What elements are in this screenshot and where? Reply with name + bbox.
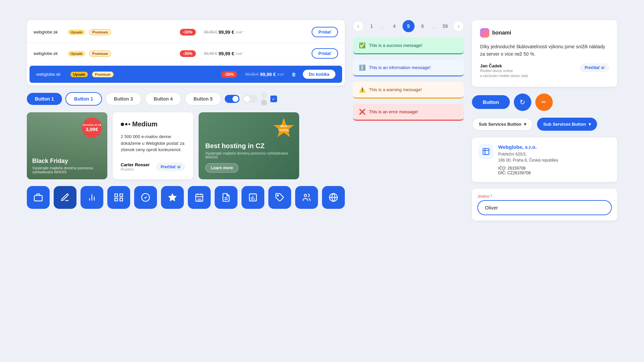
edit-button[interactable]: ✏ [535,94,553,111]
company-card: Webglobe, s.r.o. Pobřežní 620/3, 186 00,… [472,137,617,182]
new-price: 99,99 € [219,29,234,35]
svg-point-23 [277,195,278,196]
learn-more-button[interactable]: Learn more [205,163,238,173]
next-page-button[interactable]: › [453,21,464,32]
svg-text:DAYS: DAYS [197,200,202,202]
author-name: Jan Čadek [480,63,528,68]
author-info: Carter Rosser Position [121,162,150,171]
read-testimonial-button[interactable]: Prečítať si [580,63,609,72]
sub-service-button-2[interactable]: Sub Services Button ▾ [537,118,597,131]
company-details: Webglobe, s.r.o. Pobřežní 620/3, 186 00,… [498,144,558,175]
radio-dot[interactable] [261,100,267,106]
icon-users[interactable] [295,186,318,209]
badge-premium: Premium [92,71,114,77]
action-buttons: Button ↻ ✏ [472,94,617,111]
success-text: This is a success message! [369,43,422,48]
sub-service-button-1[interactable]: Sub Services Button ▾ [472,118,533,131]
testimonial-quote: Díky jednoduché škálovatelnosti výkonu j… [480,43,609,58]
icon-pen[interactable] [54,186,76,209]
company-name: Webglobe, s.r.o. [498,144,558,150]
medium-wordmark: Medium [132,120,158,128]
error-text: This is an error message! [369,109,418,114]
prev-page-button[interactable]: ‹ [353,21,364,32]
bonami-icon [480,28,489,38]
radio-dot[interactable] [261,92,267,98]
add-button[interactable]: Pridať [312,48,338,59]
bonami-logo: bonami [480,28,609,38]
button-3[interactable]: Button 3 [105,92,142,106]
badge-line1: Best [280,124,287,128]
toggle-knob [232,96,238,102]
icon-globe[interactable] [322,186,345,209]
author-title: Ředitel divize onlinea obchodní ředitel … [480,68,528,79]
cards-row: Black Friday Vypátrajte majiteľa domény … [27,112,345,179]
button-1-outline[interactable]: Button 1 [65,92,102,106]
page-dots: ... [380,23,386,29]
toggle-on[interactable] [225,95,239,103]
medium-dot [121,123,124,126]
discount-badge: -30% [180,29,196,36]
icon-chart[interactable] [80,186,103,209]
button-4[interactable]: Button 4 [145,92,181,106]
medium-logo: Medium [121,120,185,128]
cart-button[interactable]: Do košíka [303,70,335,79]
sub-service-label-1: Sub Services Button [479,122,521,127]
product-name: webglobe.sk [34,29,64,35]
button-5[interactable]: Button 5 [185,92,221,106]
svg-rect-6 [120,194,123,197]
author-position: Position [121,167,150,171]
read-more-button[interactable]: Prečítať si [156,163,185,171]
hosting-title: Best hosting in CZ [205,142,292,150]
badge-upsale: Upsale [70,72,88,77]
per-rok: /rok* [277,72,285,76]
info-message: ℹ️ This is an information message! [353,60,464,76]
svg-point-24 [304,194,307,197]
price-area: 99,99 € 99,99 € /rok* [204,29,243,35]
price-value: 3,99€ [86,126,98,132]
discount-badge: -30% [221,71,237,78]
icon-tag[interactable] [268,186,291,209]
svg-rect-1 [34,195,42,201]
company-icon [479,144,493,159]
page-dots: ... [431,23,437,29]
radio-group [261,92,267,106]
icon-document[interactable] [215,186,237,209]
spin-button[interactable]: ↻ [514,94,531,111]
button-1-primary[interactable]: Button 1 [27,93,62,105]
testimonial-author: Jan Čadek Ředitel divize onlinea obchodn… [480,63,609,79]
black-friday-title: Black Friday [32,158,102,165]
icon-bar-chart[interactable] [241,186,264,209]
icon-star[interactable] [161,186,184,209]
icons-row: 60DAYS [27,186,345,209]
page-4-button[interactable]: 4 [388,20,400,32]
page-59-button[interactable]: 59 [439,20,451,32]
icon-dashboard[interactable] [107,186,130,209]
page-1-button[interactable]: 1 [366,20,378,32]
svg-marker-10 [168,193,176,201]
toggle-knob-off [244,96,250,102]
new-price: 99,99 € [219,51,234,56]
checkbox-checked[interactable]: ✓ [270,96,277,102]
page-5-button[interactable]: 5 [402,20,415,32]
company-address: Pobřežní 620/3, 186 00, Praha 8, Česká r… [498,151,558,163]
badge-premium: Premium [89,29,111,35]
icon-layers[interactable] [27,186,50,209]
buttons-row: Button 1 Button 1 Button 3 Button 4 Butt… [27,92,345,106]
author-name: Carter Rosser [121,162,150,167]
name-input[interactable] [477,200,612,215]
chevron-down-icon: ▾ [524,122,526,127]
toggle-off[interactable] [243,95,258,103]
main-action-button[interactable]: Button [472,95,509,109]
page-6-button[interactable]: 6 [417,20,429,32]
icon-calendar[interactable]: 60DAYS [188,186,211,209]
svg-rect-7 [120,198,123,201]
medium-description: 2 500 000 e-mailov denne dokážeme u Webg… [121,133,185,153]
old-price: 99,99 € [204,51,217,56]
per-rok: /rok* [235,30,243,34]
svg-rect-8 [115,198,117,201]
icon-check-circle[interactable] [134,186,157,209]
trash-icon[interactable]: 🗑 [291,72,296,77]
add-button[interactable]: Pridať [312,27,338,37]
chevron-down-icon: ▾ [589,122,591,127]
warning-message: ⚠️ This is a warning message! [353,82,464,99]
